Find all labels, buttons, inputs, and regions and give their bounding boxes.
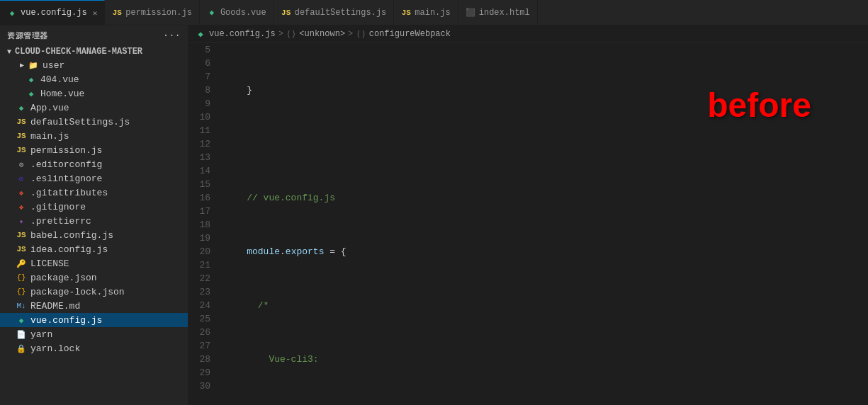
sidebar-label: 404.vue [40, 74, 79, 85]
breadcrumb-file: vue.config.js [209, 29, 276, 39]
json-icon: {} [16, 286, 27, 297]
sidebar-label: Home.vue [40, 89, 84, 99]
js-icon: JS [16, 144, 27, 156]
breadcrumb-sep2: > [348, 29, 353, 39]
sidebar-label: user [43, 60, 64, 71]
git-icon: ❖ [16, 187, 27, 198]
sidebar-item-eslint[interactable]: ⊙ .eslintignore [0, 171, 188, 186]
js-icon: JS [16, 229, 27, 241]
sidebar-item-editorconfig[interactable]: ⚙ .editorconfig [0, 157, 188, 171]
sidebar-item-yarn-lock[interactable]: 🔒 yarn.lock [0, 341, 188, 355]
sidebar-item-idea[interactable]: JS idea.config.js [0, 242, 188, 256]
license-icon: 🔑 [16, 258, 27, 269]
git-icon: ❖ [16, 201, 27, 212]
tab-label: permission.js [125, 8, 192, 18]
breadcrumb-icon3: ⟨⟩ [356, 29, 366, 40]
tab-label: defaultSettings.js [295, 8, 387, 18]
tab-label: index.html [479, 8, 530, 18]
sidebar-label: .eslintignore [30, 173, 102, 184]
breadcrumb-vue-icon: ◆ [195, 28, 206, 40]
tab-vue-config[interactable]: ◆ vue.config.js ✕ [0, 0, 105, 25]
breadcrumb-sep1: > [278, 29, 283, 39]
sidebar-label: .prettierrc [30, 216, 91, 227]
html-icon: ⬛ [466, 8, 475, 18]
sidebar-label: main.js [30, 131, 69, 142]
sidebar-label: package.json [30, 273, 97, 283]
tab-bar: ◆ vue.config.js ✕ JS permission.js ◆ Goo… [0, 0, 868, 25]
sidebar-label: .gitignore [30, 202, 86, 212]
tab-index-html[interactable]: ⬛ index.html [458, 0, 538, 25]
code-line: Vue-cli3: [225, 353, 868, 366]
breadcrumb-unknown: <unknown> [299, 29, 345, 39]
json-icon: {} [16, 272, 27, 283]
explorer-title: 资源管理器 [7, 30, 48, 41]
tab-label: vue.config.js [21, 8, 87, 18]
sidebar-label: vue.config.js [30, 315, 102, 326]
sidebar-item-readme[interactable]: M↓ README.md [0, 299, 188, 313]
editor-area: ◆ vue.config.js > ⟨⟩ <unknown> > ⟨⟩ conf… [188, 25, 868, 405]
sidebar-item-gitattributes[interactable]: ❖ .gitattributes [0, 186, 188, 200]
js-icon: JS [16, 244, 27, 255]
sidebar: 资源管理器 ··· ▼ CLOUD-CHECK-MANAGE-MASTER ▶ … [0, 25, 188, 405]
sidebar-label: defaultSettings.js [30, 117, 130, 127]
chevron-down-icon: ▼ [7, 48, 11, 56]
vue-icon: ◆ [16, 102, 27, 113]
breadcrumb: ◆ vue.config.js > ⟨⟩ <unknown> > ⟨⟩ conf… [188, 25, 868, 43]
sidebar-item-permission[interactable]: JS permission.js [0, 143, 188, 157]
sidebar-item-404[interactable]: ◆ 404.vue [0, 72, 188, 86]
vue-icon: ◆ [7, 8, 17, 18]
sidebar-label: App.vue [30, 103, 69, 113]
sidebar-item-default-settings[interactable]: JS defaultSettings.js [0, 115, 188, 129]
tab-label: main.js [415, 8, 450, 18]
code-line: // vue.config.js [225, 191, 868, 205]
sidebar-item-home[interactable]: ◆ Home.vue [0, 86, 188, 101]
code-line: /* [225, 299, 868, 312]
tab-permission[interactable]: JS permission.js [105, 0, 200, 25]
yarn-icon: 🔒 [16, 343, 27, 354]
sidebar-item-main[interactable]: JS main.js [0, 129, 188, 143]
project-root[interactable]: ▼ CLOUD-CHECK-MANAGE-MASTER [0, 45, 188, 58]
code-line: module.exports = { [225, 245, 868, 258]
prettier-icon: ✦ [16, 215, 27, 227]
breadcrumb-fn: configureWebpack [369, 29, 451, 39]
code-line [225, 137, 868, 151]
sidebar-label: .editorconfig [30, 159, 102, 170]
project-label: CLOUD-CHECK-MANAGE-MASTER [15, 47, 142, 57]
js-icon: JS [281, 8, 291, 18]
code-editor[interactable]: before 5 6 7 8 9 10 11 [188, 43, 868, 405]
md-icon: M↓ [16, 300, 27, 312]
close-icon[interactable]: ✕ [93, 8, 98, 18]
sidebar-item-license[interactable]: 🔑 LICENSE [0, 256, 188, 270]
sidebar-item-package-lock[interactable]: {} package-lock.json [0, 285, 188, 299]
sidebar-item-babel[interactable]: JS babel.config.js [0, 228, 188, 242]
sidebar-item-package[interactable]: {} package.json [0, 270, 188, 285]
vue-icon: ◆ [26, 88, 37, 99]
sidebar-label: permission.js [30, 145, 102, 156]
chevron-right-icon: ▶ [20, 61, 24, 69]
vue-icon: ◆ [26, 74, 37, 85]
folder-icon: 📁 [28, 59, 39, 71]
breadcrumb-icon2: ⟨⟩ [286, 29, 296, 40]
main-area: 资源管理器 ··· ▼ CLOUD-CHECK-MANAGE-MASTER ▶ … [0, 25, 868, 405]
sidebar-label: idea.config.js [30, 244, 108, 255]
sidebar-label: LICENSE [30, 258, 69, 269]
config-icon: ⚙ [16, 159, 27, 170]
sidebar-item-gitignore[interactable]: ❖ .gitignore [0, 200, 188, 214]
explorer-header: 资源管理器 ··· [0, 25, 188, 45]
sidebar-item-prettierrc[interactable]: ✦ .prettierrc [0, 214, 188, 228]
sidebar-item-user[interactable]: ▶ 📁 user [0, 58, 188, 72]
js-icon: JS [401, 8, 411, 18]
folder-icon: 📄 [16, 329, 27, 340]
tab-default-settings[interactable]: JS defaultSettings.js [274, 0, 395, 25]
tab-main[interactable]: JS main.js [394, 0, 458, 25]
sidebar-item-yarn[interactable]: 📄 yarn [0, 327, 188, 341]
js-icon: JS [112, 8, 122, 18]
app-container: ◆ vue.config.js ✕ JS permission.js ◆ Goo… [0, 0, 868, 405]
sidebar-item-vue-config[interactable]: ◆ vue.config.js [0, 313, 188, 327]
tab-label: Goods.vue [220, 8, 266, 18]
js-icon: JS [16, 130, 27, 142]
dots-menu[interactable]: ··· [163, 30, 181, 41]
sidebar-item-app[interactable]: ◆ App.vue [0, 101, 188, 115]
tab-goods[interactable]: ◆ Goods.vue [200, 0, 274, 25]
sidebar-label: yarn [30, 329, 52, 340]
